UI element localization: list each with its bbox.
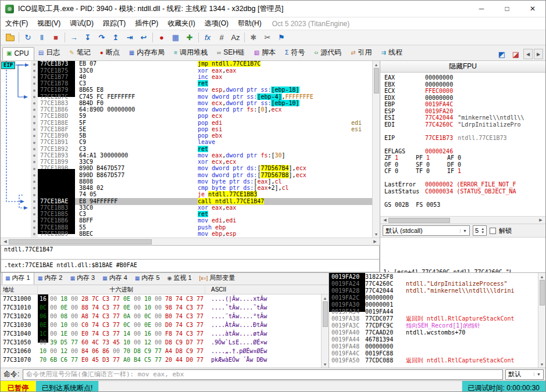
breakpoint-gutter[interactable] (31, 100, 38, 107)
breakpoint-gutter[interactable] (31, 218, 38, 224)
scroll-up-arrow[interactable]: ▲ (374, 61, 379, 68)
disasm-hscrollbar[interactable]: ◀ ▶ (1, 238, 380, 245)
breakpoint-gutter[interactable] (31, 153, 38, 159)
settings-icon[interactable]: ✱ (247, 31, 260, 44)
tab-threads[interactable]: ⇉线程 (377, 45, 408, 60)
breakpoint-gutter[interactable] (31, 81, 38, 87)
argument-row[interactable]: 2: [esp+8] 77C42044 ntdll.77C42044 "m (383, 246, 545, 253)
scroll-thumb[interactable] (388, 218, 450, 223)
command-profile-select[interactable]: 默认 ▼ (505, 369, 544, 380)
stepper-arrows[interactable]: ▲ ▼ (481, 227, 484, 234)
close-button[interactable]: ✕ (520, 1, 545, 17)
menu-item-4[interactable]: 跟踪(T) (98, 17, 130, 30)
step-into-icon[interactable]: ↧ (81, 31, 95, 44)
disassembly-view[interactable]: EIP 77CE1B73EB 07jmp ntdll.77CE1B7C77CE1… (1, 61, 380, 238)
breakpoint-gutter[interactable] (31, 224, 38, 231)
run-icon[interactable]: → (67, 31, 81, 44)
execute-till-return-icon[interactable]: ↩ (137, 31, 151, 44)
breakpoint-gutter[interactable] (31, 139, 38, 146)
menu-item-3[interactable]: 调试(D) (65, 17, 98, 30)
tab-references[interactable]: ⇄引用 (347, 45, 377, 60)
trace-view-icon[interactable]: ◩ (495, 48, 509, 60)
tab-breakpoints[interactable]: ●断点 (96, 45, 125, 60)
command-input[interactable] (23, 369, 503, 380)
argument-row[interactable]: 5: [esp+14] 0019FA20 0019FA20 (383, 265, 545, 272)
tab-scroll-left-button[interactable]: ◀ (523, 49, 533, 59)
scroll-right-arrow[interactable]: ▶ (372, 239, 379, 244)
handles-view-icon[interactable]: ◪ (509, 48, 523, 60)
breakpoint-gutter[interactable] (31, 231, 38, 238)
scroll-thumb[interactable] (323, 301, 328, 327)
scroll-thumb[interactable] (374, 68, 379, 93)
breakpoint-gutter[interactable] (31, 67, 38, 74)
breakpoint-gutter[interactable] (31, 61, 38, 67)
az-icon[interactable]: Az (229, 31, 242, 44)
breakpoint-gutter[interactable] (31, 211, 38, 218)
dump-view[interactable]: 77C3100016001800287CC3770E0010007874C377… (1, 294, 321, 368)
menu-item-7[interactable]: 选项(O) (200, 17, 233, 30)
dump-tab-locals[interactable]: [x=]局部变量 (196, 273, 240, 285)
menu-item-6[interactable]: 收藏夹(I) (163, 17, 199, 30)
breakpoint-gutter[interactable] (31, 192, 38, 198)
argument-count-stepper[interactable]: 5 ▲ ▼ (473, 225, 487, 236)
open-file-icon[interactable] (3, 31, 17, 44)
stack-row[interactable]: 0019FA5077CDC088返回到 ntdll.RtlCaptureStac… (329, 357, 538, 364)
run-to-user-code-icon[interactable]: ⇥ (123, 31, 137, 44)
breakpoint-gutter[interactable] (31, 185, 38, 192)
tab-log[interactable]: ▤日志 (34, 45, 65, 60)
breakpoint-gutter[interactable] (31, 113, 38, 120)
breakpoint-gutter[interactable] (31, 107, 38, 113)
hash-icon[interactable]: # (215, 31, 229, 44)
scroll-thumb[interactable] (9, 239, 152, 244)
menu-item-5[interactable]: 插件(P) (130, 17, 163, 30)
breakpoint-gutter[interactable] (31, 166, 38, 172)
scissors-icon[interactable]: ✂ (260, 31, 274, 44)
tab-memory-map[interactable]: ▦内存布局 (125, 45, 170, 60)
scroll-up-arrow[interactable]: ▲ (323, 294, 327, 301)
disasm-vscrollbar[interactable]: ▲ ▼ (372, 61, 380, 238)
memory-map-icon[interactable]: ▦ (169, 31, 183, 44)
minimize-button[interactable]: ─ (469, 1, 494, 17)
scroll-left-arrow[interactable]: ◀ (2, 239, 9, 244)
dump-tab-dump-2[interactable]: ▦内存 2 (34, 273, 67, 285)
registers-hscrollbar[interactable]: ◀ ▶ (380, 216, 545, 224)
calling-convention-select[interactable]: 默认 (stdcall) ▼ (383, 225, 470, 236)
dump-tab-watch-1[interactable]: ◉监视 1 (164, 273, 196, 285)
stop-icon[interactable]: ■ (49, 31, 63, 44)
tab-seh-chain[interactable]: ∞SEH链 (213, 45, 250, 60)
plugin-flag-icon[interactable]: ⚑ (274, 31, 288, 44)
hide-fpu-button[interactable]: 隐藏FPU (380, 61, 545, 73)
step-out-icon[interactable]: ↥ (109, 31, 123, 44)
tab-script[interactable]: ▧脚本 (250, 45, 281, 60)
dump-tab-dump-3[interactable]: ▦内存 3 (66, 273, 99, 285)
breakpoint-gutter[interactable] (31, 179, 38, 185)
restart-icon[interactable]: ↻ (21, 31, 35, 44)
breakpoint-gutter[interactable] (31, 120, 38, 126)
breakpoint-gutter[interactable] (31, 133, 38, 139)
breakpoint-gutter[interactable] (31, 127, 38, 133)
tab-notes[interactable]: ✎笔记 (65, 45, 95, 60)
menu-item-2[interactable]: 视图(V) (33, 17, 65, 30)
unlock-checkbox[interactable] (490, 228, 496, 234)
dump-tab-dump-4[interactable]: ▦内存 4 (99, 273, 131, 285)
argument-row[interactable]: 1: [esp+4] 77C4260C ntdll.77C4260C "L (383, 239, 545, 246)
disasm-row[interactable]: 77CE1BB98BECmov ebp,esp (31, 231, 372, 238)
scroll-up-arrow[interactable]: ▲ (540, 273, 544, 280)
dump-row[interactable]: 77C31070706BC677E045D377A0B4C5772044D077… (1, 355, 321, 364)
patch-icon[interactable]: ✚ (183, 31, 197, 44)
fx-icon[interactable]: fx (201, 31, 215, 44)
scroll-left-arrow[interactable]: ◀ (381, 218, 388, 222)
maximize-button[interactable]: □ (494, 1, 520, 17)
tab-call-stack[interactable]: ≡调用堆栈 (170, 45, 213, 60)
scroll-down-arrow[interactable]: ▼ (374, 231, 379, 238)
pause-icon[interactable]: Ⅱ (35, 31, 49, 44)
menu-item-8[interactable]: 帮助(H) (233, 17, 266, 30)
tab-symbols[interactable]: Σ符号 (281, 45, 310, 60)
scroll-down-arrow[interactable]: ▼ (540, 361, 544, 368)
tab-scroll-right-button[interactable]: ▶ (534, 49, 543, 59)
breakpoint-gutter[interactable] (31, 74, 38, 81)
scroll-thumb[interactable] (540, 280, 545, 305)
breakpoint-gutter[interactable] (31, 93, 38, 100)
dump-tab-dump-1[interactable]: ▦内存 1 (2, 273, 34, 285)
breakpoint-gutter[interactable] (31, 87, 38, 93)
